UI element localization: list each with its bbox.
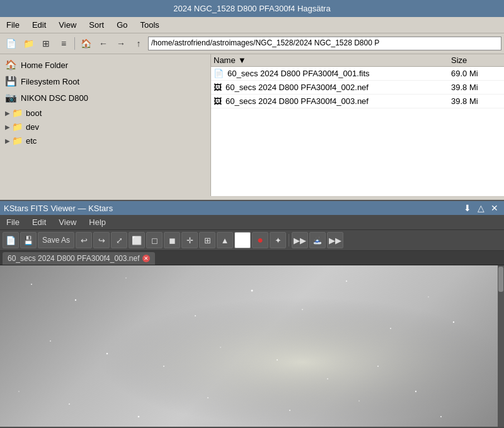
col-header-name[interactable]: Name ▼ bbox=[214, 55, 451, 65]
fits-undo-button[interactable]: ↩ bbox=[76, 232, 92, 248]
svg-point-4 bbox=[195, 315, 196, 316]
fm-menu-go[interactable]: Go bbox=[113, 18, 131, 32]
sidebar-filesystem-label: Filesystem Root bbox=[21, 77, 79, 86]
svg-point-6 bbox=[302, 309, 303, 310]
fits-menu-view[interactable]: View bbox=[55, 216, 80, 228]
fits-white-box-button[interactable] bbox=[234, 232, 251, 248]
fits-tab-close-button[interactable]: ✕ bbox=[142, 255, 150, 262]
filesystem-icon: 💾 bbox=[5, 76, 17, 87]
file-row-2[interactable]: 🖼 60_secs 2024 D800 PFA300f4_002.nef 39.… bbox=[211, 81, 504, 95]
fits-close-button[interactable]: ✕ bbox=[489, 203, 500, 213]
fits-zoom-in-button[interactable]: ⬜ bbox=[129, 232, 145, 248]
folder-icon-etc: 📁 bbox=[12, 136, 23, 146]
fits-tab-current[interactable]: 60_secs 2024 D800 PFA300f4_003.nef ✕ bbox=[3, 252, 155, 265]
fits-star-button[interactable]: ✦ bbox=[270, 232, 286, 248]
fm-menu-file[interactable]: File bbox=[3, 18, 23, 32]
file-icon-nef-3: 🖼 bbox=[214, 96, 222, 106]
fits-grid-button[interactable]: ⊞ bbox=[199, 232, 215, 248]
forward-button[interactable]: → bbox=[113, 35, 129, 52]
fits-new-button[interactable]: 📄 bbox=[3, 232, 19, 248]
toolbar-separator-1 bbox=[74, 37, 75, 50]
new-folder-button[interactable]: 📁 bbox=[20, 35, 37, 52]
sort-icon: ▼ bbox=[238, 55, 246, 65]
title-bar: 2024 NGC_1528 D800 PFA300f4 Hagsätra bbox=[0, 0, 504, 17]
file-list: Name ▼ Size 📄 60_secs 2024 D800 PFA300f4… bbox=[211, 54, 504, 196]
fits-zoom-orig-button[interactable]: ◼ bbox=[164, 232, 180, 248]
sidebar-item-camera[interactable]: 📷 NIKON DSC D800 bbox=[0, 90, 210, 106]
file-list-header: Name ▼ Size bbox=[211, 54, 504, 67]
folder-icon-dev: 📁 bbox=[12, 122, 23, 132]
file-manager: File Edit View Sort Go Tools 📄 📁 ⊞ ≡ 🏠 ←… bbox=[0, 17, 504, 200]
title-text: 2024 NGC_1528 D800 PFA300f4 Hagsätra bbox=[173, 4, 330, 13]
fits-end-button[interactable]: ▶▶ bbox=[327, 232, 343, 248]
address-bar[interactable]: /home/astrofriend/astroimages/NGC_1528/2… bbox=[148, 37, 501, 50]
fm-menu-view[interactable]: View bbox=[55, 18, 80, 32]
file-name-1: 60_secs 2024 D800 PFA300f4_001.fits bbox=[227, 69, 451, 78]
fits-scrollbar-thumb[interactable] bbox=[498, 267, 503, 292]
fits-viewer: KStars FITS Viewer — KStars ⬇ △ ✕ File E… bbox=[0, 200, 504, 428]
svg-point-13 bbox=[163, 366, 164, 367]
fits-toolbar: 📄 💾 Save As ↩ ↪ ⤢ ⬜ ◻ ◼ ✛ ⊞ ▲ ● ✦ ▶▶ 🗻 ▶… bbox=[0, 230, 504, 251]
svg-point-5 bbox=[251, 290, 253, 292]
svg-point-24 bbox=[358, 400, 360, 402]
file-size-2: 39.8 Mi bbox=[451, 83, 501, 92]
fm-menu-tools[interactable]: Tools bbox=[137, 18, 163, 32]
fits-zoom-out-button[interactable]: ◻ bbox=[146, 232, 163, 248]
sidebar-item-filesystem[interactable]: 💾 Filesystem Root bbox=[0, 73, 210, 90]
fits-menu-edit[interactable]: Edit bbox=[28, 216, 50, 228]
fits-title-text: KStars FITS Viewer — KStars bbox=[4, 204, 113, 213]
svg-point-20 bbox=[69, 403, 70, 405]
fits-minimize-button[interactable]: ⬇ bbox=[462, 203, 473, 213]
svg-point-2 bbox=[75, 299, 76, 301]
file-size-1: 69.0 Mi bbox=[451, 69, 501, 78]
tree-arrow-etc: ▶ bbox=[5, 137, 10, 144]
list-view-button[interactable]: ≡ bbox=[55, 35, 72, 52]
file-icon-nef-2: 🖼 bbox=[214, 83, 222, 92]
col-header-size[interactable]: Size bbox=[451, 55, 501, 65]
svg-point-1 bbox=[31, 284, 32, 285]
fits-menu-file[interactable]: File bbox=[3, 216, 23, 228]
fits-crosshair-button[interactable]: ✛ bbox=[181, 232, 198, 248]
fits-save-as-button[interactable]: Save As bbox=[38, 232, 74, 248]
tree-item-etc[interactable]: ▶ 📁 etc bbox=[0, 134, 210, 147]
fits-title-bar: KStars FITS Viewer — KStars ⬇ △ ✕ bbox=[0, 201, 504, 215]
svg-point-12 bbox=[106, 353, 108, 355]
icon-view-button[interactable]: ⊞ bbox=[38, 35, 54, 52]
fits-zoom-fit-button[interactable]: ⤢ bbox=[111, 232, 127, 248]
svg-rect-0 bbox=[0, 265, 504, 427]
fits-tab-label: 60_secs 2024 D800 PFA300f4_003.nef bbox=[8, 254, 140, 263]
file-size-3: 39.8 Mi bbox=[451, 96, 501, 106]
fits-red-circle-button[interactable]: ● bbox=[252, 232, 268, 248]
fits-forward-button[interactable]: ▶▶ bbox=[292, 232, 308, 248]
fm-content: 🏠 Home Folder 💾 Filesystem Root 📷 NIKON … bbox=[0, 54, 504, 196]
svg-point-11 bbox=[50, 340, 51, 342]
fits-canvas-svg bbox=[0, 265, 504, 427]
file-row-3[interactable]: 🖼 60_secs 2024 D800 PFA300f4_003.nef 39.… bbox=[211, 95, 504, 108]
fits-maximize-button[interactable]: △ bbox=[476, 203, 486, 213]
file-name-2: 60_secs 2024 D800 PFA300f4_002.nef bbox=[226, 83, 451, 92]
file-row-1[interactable]: 📄 60_secs 2024 D800 PFA300f4_001.fits 69… bbox=[211, 67, 504, 81]
fm-menu-sort[interactable]: Sort bbox=[85, 18, 108, 32]
fits-triangle-button[interactable]: ▲ bbox=[217, 232, 233, 248]
svg-point-3 bbox=[125, 277, 127, 279]
back-button[interactable]: ← bbox=[95, 35, 112, 52]
fits-canvas bbox=[0, 265, 504, 427]
fm-menu-edit[interactable]: Edit bbox=[28, 18, 50, 32]
sidebar-item-home[interactable]: 🏠 Home Folder bbox=[0, 57, 210, 73]
fits-histogram-button[interactable]: 🗻 bbox=[309, 232, 326, 248]
fits-redo-button[interactable]: ↪ bbox=[93, 232, 110, 248]
up-button[interactable]: ↑ bbox=[130, 35, 147, 52]
fits-vertical-scrollbar[interactable] bbox=[498, 265, 504, 427]
fits-save-button[interactable]: 💾 bbox=[20, 232, 37, 248]
file-name-3: 60_secs 2024 D800 PFA300f4_003.nef bbox=[226, 96, 451, 106]
new-file-button[interactable]: 📄 bbox=[3, 35, 19, 52]
svg-point-15 bbox=[277, 359, 278, 361]
tree-item-boot[interactable]: ▶ 📁 boot bbox=[0, 106, 210, 120]
tree-item-dev[interactable]: ▶ 📁 dev bbox=[0, 120, 210, 134]
home-button[interactable]: 🏠 bbox=[77, 35, 94, 52]
file-icon-fits: 📄 bbox=[214, 69, 224, 78]
svg-point-19 bbox=[18, 391, 20, 392]
fm-toolbar: 📄 📁 ⊞ ≡ 🏠 ← → ↑ /home/astrofriend/astroi… bbox=[0, 33, 504, 54]
folder-icon-boot: 📁 bbox=[12, 108, 23, 118]
fits-menu-help[interactable]: Help bbox=[85, 216, 110, 228]
